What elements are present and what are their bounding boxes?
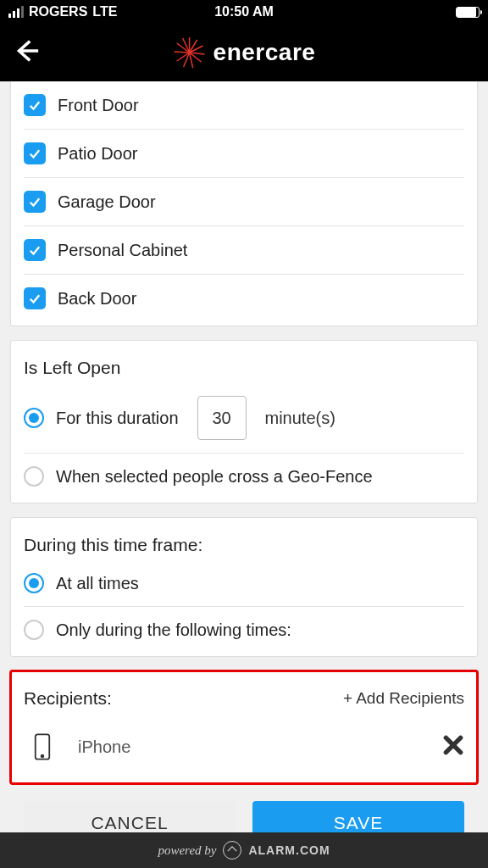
svg-point-12	[42, 755, 44, 758]
footer-brand: ALARM.COM	[248, 843, 330, 857]
carrier-label: ROGERS	[29, 4, 87, 19]
checklist-label: Back Door	[58, 289, 136, 309]
checkbox-checked-icon[interactable]	[24, 191, 46, 213]
signal-icon	[8, 6, 24, 18]
footer: powered by ALARM.COM	[0, 832, 488, 868]
recipient-label: iPhone	[78, 737, 425, 757]
radio-selected-icon[interactable]	[24, 573, 44, 593]
left-open-title: Is Left Open	[24, 344, 464, 383]
brand-name: enercare	[214, 39, 316, 66]
radio-unselected-icon[interactable]	[24, 620, 44, 640]
duration-unit: minute(s)	[265, 409, 336, 428]
checklist-item[interactable]: Front Door	[24, 81, 464, 130]
recipients-card: Recipients: + Add Recipients iPhone	[10, 670, 478, 784]
powered-by-label: powered by	[158, 843, 216, 858]
time-option[interactable]: Only during the following times:	[24, 607, 464, 653]
checkbox-checked-icon[interactable]	[24, 239, 46, 261]
time-frame-title: During this time frame:	[24, 521, 464, 560]
status-bar: ROGERS LTE 10:50 AM	[0, 0, 488, 24]
app-header: enercare	[0, 24, 488, 81]
sensor-checklist: Front Door Patio Door Garage Door Person…	[10, 81, 478, 326]
checklist-label: Garage Door	[58, 192, 156, 212]
checklist-item[interactable]: Garage Door	[24, 178, 464, 226]
time-frame-card: During this time frame: At all times Onl…	[10, 517, 478, 657]
left-open-card: Is Left Open For this duration minute(s)…	[10, 340, 478, 504]
brand-logo: enercare	[173, 36, 316, 70]
battery-icon	[456, 7, 480, 18]
option-label: At all times	[56, 574, 139, 593]
alarm-badge-icon	[223, 841, 241, 860]
svg-line-8	[175, 52, 190, 53]
checkbox-checked-icon[interactable]	[24, 94, 46, 116]
checkbox-checked-icon[interactable]	[24, 142, 46, 164]
checkbox-checked-icon[interactable]	[24, 287, 46, 309]
radio-unselected-icon[interactable]	[24, 466, 44, 487]
phone-icon	[24, 732, 61, 761]
option-label: When selected people cross a Geo-Fence	[56, 467, 373, 487]
checklist-item[interactable]: Personal Cabinet	[24, 226, 464, 275]
option-label: For this duration	[56, 409, 179, 428]
brand-icon	[173, 36, 207, 70]
radio-selected-icon[interactable]	[24, 408, 44, 428]
time-option[interactable]: At all times	[24, 560, 464, 607]
checklist-label: Front Door	[58, 96, 139, 115]
recipients-title: Recipients:	[24, 688, 112, 709]
duration-option[interactable]: For this duration minute(s)	[24, 383, 464, 453]
back-button[interactable]	[12, 36, 41, 69]
recipient-item: iPhone	[24, 717, 464, 780]
checklist-item[interactable]: Patio Door	[24, 130, 464, 178]
checklist-item[interactable]: Back Door	[24, 275, 464, 322]
option-label: Only during the following times:	[56, 620, 291, 640]
geofence-option[interactable]: When selected people cross a Geo-Fence	[24, 453, 464, 499]
network-label: LTE	[92, 4, 117, 19]
checklist-label: Personal Cabinet	[58, 241, 187, 260]
add-recipients-button[interactable]: + Add Recipients	[343, 689, 464, 708]
remove-recipient-button[interactable]	[442, 734, 464, 760]
clock: 10:50 AM	[165, 4, 322, 19]
checklist-label: Patio Door	[58, 144, 138, 164]
duration-input[interactable]	[197, 396, 247, 440]
